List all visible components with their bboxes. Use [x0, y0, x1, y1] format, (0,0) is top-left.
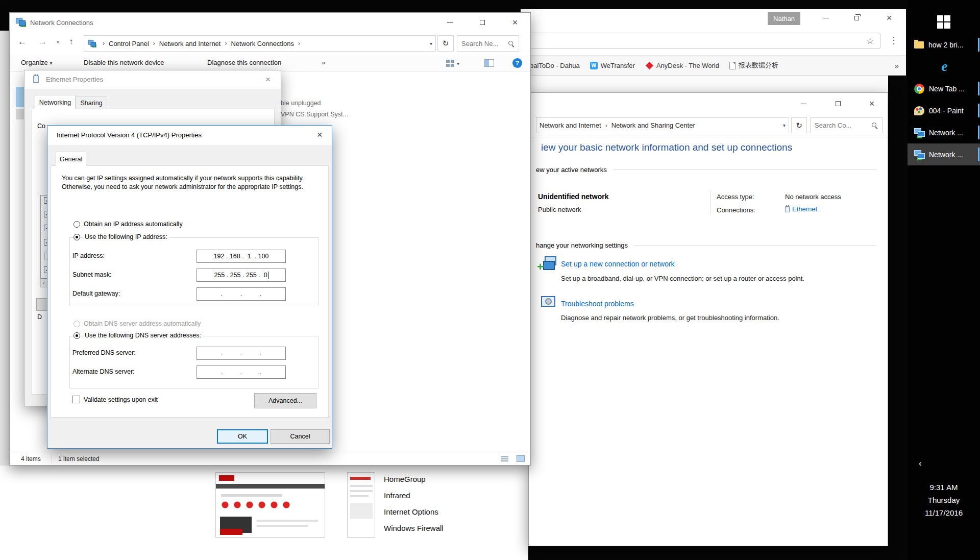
ip-address-value: 192 . 168 . 1 . 100: [214, 253, 269, 260]
nc-minimize-button[interactable]: [438, 15, 461, 30]
bookmark-anydesk[interactable]: AnyDesk - The World: [645, 62, 719, 69]
troubleshoot-link[interactable]: Troubleshoot problems: [561, 300, 634, 308]
cancel-button[interactable]: Cancel: [271, 429, 330, 444]
forward-button[interactable]: →: [38, 37, 47, 47]
radio-use-dns-label[interactable]: Use the following DNS server addresses:: [83, 332, 203, 339]
close-icon[interactable]: ×: [265, 75, 271, 85]
breadcrumb-sharing-center[interactable]: Network and Sharing Center: [611, 121, 695, 129]
organize-button[interactable]: Organize ▾: [21, 59, 52, 66]
address-dropdown-icon[interactable]: ▾: [426, 41, 432, 46]
radio-obtain-ip[interactable]: [74, 221, 80, 228]
validate-settings-label[interactable]: Validate settings upon exit: [84, 396, 158, 403]
connections-ethernet-link[interactable]: Ethernet: [785, 205, 817, 213]
diagnose-connection-button[interactable]: Diagnose this connection: [207, 59, 281, 66]
running-indicator: [978, 104, 979, 117]
radio-obtain-dns-label[interactable]: Obtain DNS server address automatically: [84, 320, 201, 327]
close-icon[interactable]: ×: [317, 130, 323, 140]
troubleshoot-desc: Diagnose and repair network problems, or…: [561, 314, 779, 322]
advanced-button[interactable]: Advanced...: [254, 393, 316, 408]
up-button[interactable]: ↑: [69, 37, 74, 47]
view-options-icon[interactable]: [446, 60, 454, 67]
nc-refresh-button[interactable]: ↻: [437, 35, 454, 52]
thumbnail-view-button[interactable]: [517, 455, 525, 462]
nc-close-button[interactable]: ×: [504, 15, 526, 30]
taskbar-item-network2[interactable]: Network ...: [908, 143, 980, 165]
nc-search-box[interactable]: [457, 35, 519, 52]
cp-item-infrared[interactable]: Infrared: [384, 487, 444, 503]
setup-connection-link[interactable]: Set up a new connection or network: [561, 260, 675, 268]
validate-settings-checkbox[interactable]: [72, 396, 80, 403]
toolbar-more-button[interactable]: »: [322, 59, 325, 66]
disable-device-button[interactable]: Disable this network device: [84, 59, 164, 66]
nc-address-bar[interactable]: › Control Panel › Network and Internet ›…: [84, 35, 436, 52]
ok-button[interactable]: OK: [217, 429, 268, 444]
thumbnail-navbar: [216, 484, 325, 489]
tab-general[interactable]: General: [56, 152, 86, 166]
taskbar-item-network1[interactable]: Network ...: [908, 121, 980, 143]
breadcrumb-network-and-internet[interactable]: Network and Internet: [159, 40, 221, 47]
browser-tab[interactable]: Nathan: [768, 12, 800, 25]
cp-item-internet-options[interactable]: Internet Options: [384, 503, 444, 520]
breadcrumb-control-panel[interactable]: Control Panel: [109, 40, 149, 47]
tab-sharing[interactable]: Sharing: [76, 96, 107, 109]
background-window-bottom: HomeGroup Infrared Internet Options Wind…: [0, 466, 528, 560]
connect-using-fragment: Co: [37, 123, 45, 130]
recent-pages-dropdown[interactable]: ▾: [57, 39, 59, 45]
nsc-refresh-button[interactable]: ↻: [791, 117, 807, 133]
ip-address-field[interactable]: 192 . 168 . 1 . 100: [197, 250, 286, 263]
preview-pane-button[interactable]: [484, 59, 494, 67]
alternate-dns-field[interactable]: . . .: [197, 366, 286, 379]
active-network-type: Public network: [538, 206, 581, 213]
browser-restore-button[interactable]: [845, 10, 868, 26]
start-button[interactable]: [908, 11, 980, 33]
bookmark-globaltodo[interactable]: lobalToDo - Dahua: [525, 62, 580, 69]
nsc-address-bar[interactable]: Network and Internet › Network and Shari…: [536, 117, 789, 133]
nsc-close-button[interactable]: ×: [861, 96, 883, 111]
bookmark-report-analysis[interactable]: 报表数据分析: [729, 61, 778, 70]
help-button[interactable]: ?: [512, 58, 522, 68]
browser-minimize-button[interactable]: [815, 10, 837, 26]
view-options-dropdown[interactable]: ▾: [457, 61, 459, 66]
browser-menu-button[interactable]: ⋮: [889, 35, 898, 46]
radio-use-ip[interactable]: [74, 234, 80, 240]
taskbar-item-folder[interactable]: how 2 bri...: [908, 34, 980, 56]
column-divider: [710, 190, 710, 214]
radio-use-ip-label[interactable]: Use the following IP address:: [83, 233, 169, 240]
browser-address-bar[interactable]: ☆: [526, 33, 880, 49]
nsc-search-box[interactable]: [810, 117, 883, 133]
browser-close-button[interactable]: ×: [878, 10, 900, 26]
radio-use-dns[interactable]: [74, 332, 80, 339]
address-dropdown-icon[interactable]: ▾: [779, 123, 786, 128]
nsc-minimize-button[interactable]: [792, 96, 815, 111]
bookmarks-overflow-button[interactable]: »: [895, 61, 899, 70]
thumbnail-line: [350, 495, 369, 497]
tab-networking[interactable]: Networking: [35, 95, 76, 109]
dialog-titlebar: Internet Protocol Version 4 (TCP/IPv4) P…: [47, 126, 332, 145]
nc-search-input[interactable]: [461, 40, 508, 47]
maximize-icon: [480, 20, 485, 25]
breadcrumb-network-connections[interactable]: Network Connections: [231, 40, 294, 47]
radio-obtain-dns[interactable]: [74, 321, 80, 327]
tray-overflow-button[interactable]: ‹: [919, 458, 922, 469]
bookmark-wetransfer[interactable]: WWeTransfer: [590, 62, 635, 69]
bookmarks-bar: lobalToDo - Dahua WWeTransfer AnyDesk - …: [521, 55, 906, 76]
default-gateway-field[interactable]: . . .: [197, 287, 286, 301]
back-button[interactable]: ←: [18, 37, 27, 47]
cp-item-windows-firewall[interactable]: Windows Firewall: [384, 520, 444, 536]
details-view-button[interactable]: [501, 456, 508, 462]
nsc-maximize-button[interactable]: [827, 96, 849, 111]
taskbar-item-chrome[interactable]: New Tab ...: [908, 78, 980, 100]
taskbar-item-paint[interactable]: 004 - Paint: [908, 100, 980, 121]
preferred-dns-field[interactable]: . . .: [197, 347, 286, 360]
taskbar: how 2 bri... e New Tab ... 004 - Paint N…: [908, 0, 980, 560]
taskbar-item-ie[interactable]: e: [908, 56, 980, 78]
subnet-mask-field[interactable]: 255 . 255 . 255 . 0: [197, 269, 286, 282]
nsc-search-input[interactable]: [815, 121, 871, 129]
bookmark-star-icon[interactable]: ☆: [866, 36, 874, 46]
cp-item-homegroup[interactable]: HomeGroup: [384, 471, 444, 487]
status-divider: [52, 454, 52, 464]
radio-obtain-ip-label[interactable]: Obtain an IP address automatically: [84, 221, 183, 228]
nc-maximize-button[interactable]: [471, 15, 494, 30]
taskbar-clock[interactable]: 9:31 AM Thursday 11/17/2016: [908, 481, 980, 519]
breadcrumb-network-and-internet[interactable]: Network and Internet: [540, 121, 601, 129]
